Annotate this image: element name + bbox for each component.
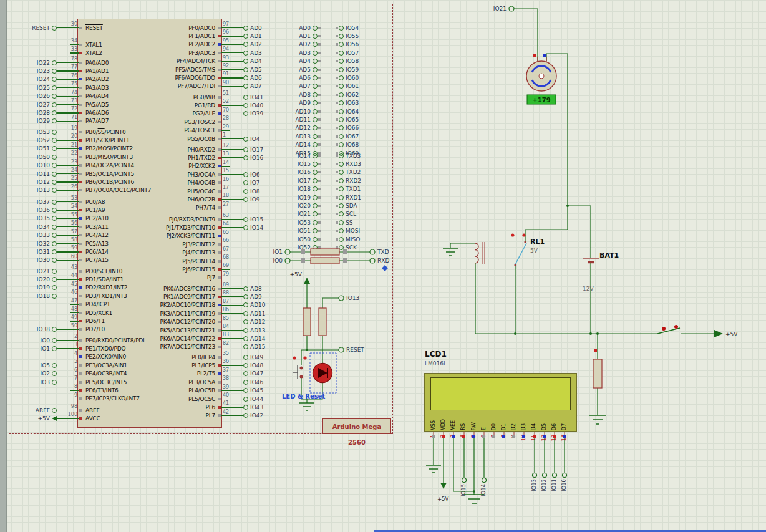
power-arrows[interactable] [304, 278, 723, 489]
terminal-rxd [370, 258, 375, 263]
pin-state-squares [301, 54, 597, 438]
power-right-arrow-icon [714, 330, 723, 337]
motor-angle-value: +179 [532, 97, 550, 104]
power-down-arrow-icon [440, 483, 447, 489]
terminal-io21 [509, 6, 514, 11]
relay[interactable]: RL1 5V [475, 233, 545, 266]
relay-lever [515, 243, 526, 264]
button-contact [300, 375, 303, 379]
terminal-reset [339, 347, 344, 352]
power-label-5v-led[interactable]: +5V [290, 271, 303, 278]
state-dot [303, 356, 306, 359]
battery[interactable]: BAT1 12V [583, 251, 619, 292]
terminal-io12 [543, 473, 547, 478]
net-terminals[interactable] [285, 6, 567, 483]
led-and-button[interactable] [293, 353, 336, 393]
button-contact [300, 367, 303, 370]
net-label-io1[interactable]: IO1 [273, 249, 283, 255]
terminal-txd [370, 249, 375, 254]
battery-ref-label[interactable]: BAT1 [599, 251, 619, 259]
wires [290, 9, 714, 495]
net-label-io0[interactable]: IO0 [273, 258, 283, 264]
terminal-io10 [563, 473, 567, 478]
terminal-io14 [482, 478, 487, 483]
relay-coil [475, 243, 478, 263]
resistor-led [319, 308, 326, 336]
power-up-arrow-icon [304, 278, 310, 284]
resistors[interactable] [303, 249, 602, 388]
led-reset-caption[interactable]: LED & Reset [282, 393, 325, 400]
relay-ref-label[interactable]: RL1 [530, 238, 545, 246]
net-label-reset[interactable]: RESET [346, 347, 364, 353]
switch[interactable] [657, 325, 680, 334]
terminal-io11 [553, 473, 557, 478]
schematic-canvas: RESET 30 RESET 34 XTAL1 33 XTAL2 IO22 78… [0, 0, 766, 532]
switch-contact-dot [674, 325, 678, 329]
battery-value-label[interactable]: 12V [583, 286, 594, 292]
motor-hub [539, 74, 544, 79]
relay-value-label[interactable]: 5V [530, 248, 538, 254]
net-labels: IO21 IO1 IO0 TXD RXD IO13 RESET +5V +5V … [273, 6, 739, 400]
motor[interactable]: +179 [526, 57, 556, 104]
origin-marker-icon [382, 265, 388, 271]
resistor-reset-pullup [303, 308, 311, 336]
net-label-io13[interactable]: IO13 [346, 295, 359, 301]
switch-lever [657, 328, 680, 334]
relay-contact-dot [522, 233, 525, 236]
power-label-5v-rail[interactable]: +5V [725, 331, 738, 337]
relay-contact-dot [511, 233, 514, 236]
terminal-io13-lcd [533, 473, 537, 478]
terminal-io1 [285, 249, 290, 254]
wiring-overlay: +179 RL1 5V BAT1 12V [0, 0, 766, 532]
net-label-io21[interactable]: IO21 [493, 6, 507, 12]
ground-symbols[interactable] [299, 248, 606, 503]
resistor-rxd [311, 258, 339, 264]
relay-core [483, 242, 485, 264]
net-label-rxd[interactable]: RXD [377, 258, 389, 264]
state-dot [293, 356, 296, 359]
switch-contact-dot [662, 327, 666, 331]
resistor-txd [311, 249, 339, 255]
resistor-pulldown [593, 359, 602, 388]
button-plunger [293, 365, 298, 379]
terminal-io15 [462, 478, 467, 483]
terminal-io0 [285, 258, 290, 263]
net-label-txd[interactable]: TXD [377, 249, 389, 255]
terminal-io13 [339, 296, 344, 301]
